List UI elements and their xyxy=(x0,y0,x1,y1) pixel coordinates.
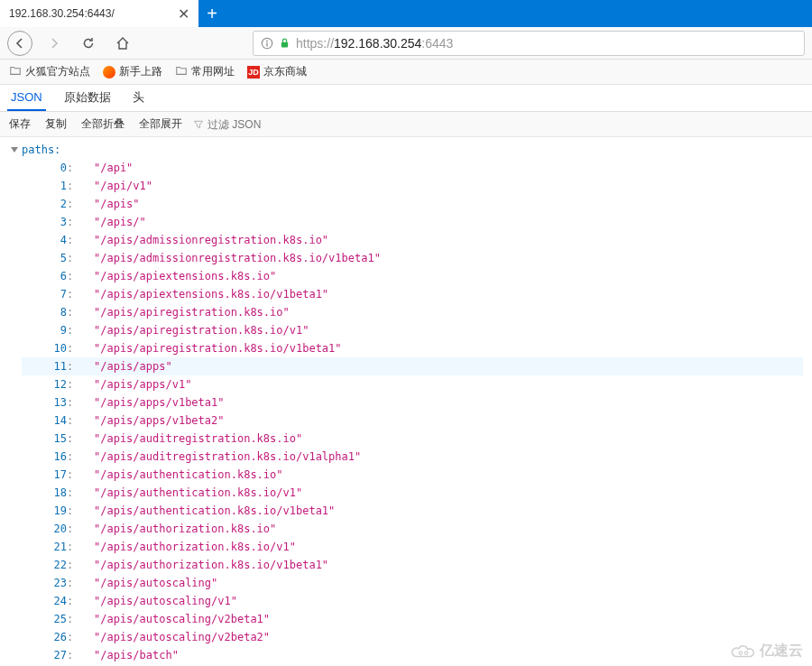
json-row[interactable]: 6:"/apis/apiextensions.k8s.io" xyxy=(22,267,803,285)
colon: : xyxy=(67,520,76,538)
root-key: paths: xyxy=(22,141,60,159)
newtab-button[interactable]: + xyxy=(198,0,226,27)
json-row[interactable]: 27:"/apis/batch" xyxy=(22,646,803,664)
json-row[interactable]: 5:"/apis/admissionregistration.k8s.io/v1… xyxy=(22,249,803,267)
json-value: "/apis" xyxy=(76,195,140,213)
browser-navbar: https://192.168.30.254:6443 xyxy=(0,27,812,60)
save-button[interactable]: 保存 xyxy=(5,115,34,134)
json-index: 17 xyxy=(22,466,67,484)
bookmark-label: 京东商城 xyxy=(263,64,307,79)
json-row[interactable]: 12:"/apis/apps/v1" xyxy=(22,375,803,393)
colon: : xyxy=(67,339,76,357)
colon: : xyxy=(67,177,76,195)
json-root-row[interactable]: paths: xyxy=(9,141,803,159)
json-row[interactable]: 11:"/apis/apps" xyxy=(22,357,803,375)
bookmarks-bar: 火狐官方站点新手上路常用网址JD京东商城 xyxy=(0,60,812,85)
json-row[interactable]: 22:"/apis/authorization.k8s.io/v1beta1" xyxy=(22,556,803,574)
tab-headers[interactable]: 头 xyxy=(129,84,148,111)
bookmark-item[interactable]: JD京东商城 xyxy=(247,64,307,79)
json-value: "/apis/authorization.k8s.io" xyxy=(76,520,276,538)
json-row[interactable]: 3:"/apis/" xyxy=(22,213,803,231)
json-value: "/apis/autoscaling/v2beta2" xyxy=(76,628,270,646)
colon: : xyxy=(67,321,76,339)
json-value: "/apis/authorization.k8s.io/v1beta1" xyxy=(76,556,328,574)
tab-title: 192.168.30.254:6443/ xyxy=(9,7,115,20)
json-row[interactable]: 4:"/apis/admissionregistration.k8s.io" xyxy=(22,231,803,249)
json-value: "/apis/authentication.k8s.io" xyxy=(76,466,283,484)
json-row[interactable]: 14:"/apis/apps/v1beta2" xyxy=(22,412,803,430)
json-row[interactable]: 21:"/apis/authorization.k8s.io/v1" xyxy=(22,538,803,556)
colon: : xyxy=(67,393,76,412)
lock-icon[interactable] xyxy=(279,37,291,49)
json-row[interactable]: 8:"/apis/apiregistration.k8s.io" xyxy=(22,303,803,321)
arrow-left-icon xyxy=(13,36,27,51)
svg-point-1 xyxy=(266,40,268,42)
bookmark-label: 火狐官方站点 xyxy=(25,64,90,79)
reload-button[interactable] xyxy=(76,31,101,56)
home-icon xyxy=(115,36,130,51)
json-value: "/apis/autoscaling" xyxy=(76,574,217,592)
close-icon[interactable]: ✕ xyxy=(178,5,189,23)
json-row[interactable]: 24:"/apis/autoscaling/v1" xyxy=(22,592,803,610)
json-row[interactable]: 16:"/apis/auditregistration.k8s.io/v1alp… xyxy=(22,448,803,466)
expand-all-button[interactable]: 全部展开 xyxy=(135,115,186,134)
json-row[interactable]: 17:"/apis/authentication.k8s.io" xyxy=(22,466,803,484)
colon: : xyxy=(67,574,76,592)
json-row[interactable]: 0:"/api" xyxy=(22,159,803,177)
tab-raw[interactable]: 原始数据 xyxy=(60,84,115,111)
json-value: "/apis/apps" xyxy=(76,357,172,375)
jd-icon: JD xyxy=(247,66,260,79)
tab-json[interactable]: JSON xyxy=(7,85,46,111)
json-index: 20 xyxy=(22,520,67,538)
info-icon[interactable] xyxy=(261,37,273,50)
json-row[interactable]: 1:"/api/v1" xyxy=(22,177,803,195)
collapse-all-button[interactable]: 全部折叠 xyxy=(78,115,128,134)
json-value: "/apis/apiregistration.k8s.io" xyxy=(76,303,290,321)
json-value: "/apis/apps/v1beta2" xyxy=(76,412,225,430)
bookmark-item[interactable]: 火狐官方站点 xyxy=(9,64,90,79)
json-index: 12 xyxy=(22,375,67,393)
json-row[interactable]: 15:"/apis/auditregistration.k8s.io" xyxy=(22,430,803,448)
json-row[interactable]: 20:"/apis/authorization.k8s.io" xyxy=(22,520,803,538)
json-index: 2 xyxy=(22,195,67,213)
json-row[interactable]: 25:"/apis/autoscaling/v2beta1" xyxy=(22,610,803,628)
colon: : xyxy=(67,592,76,610)
filter-input[interactable] xyxy=(208,118,343,131)
folder-icon xyxy=(9,64,22,79)
json-value: "/apis/apiregistration.k8s.io/v1beta1" xyxy=(76,339,342,357)
json-row[interactable]: 9:"/apis/apiregistration.k8s.io/v1" xyxy=(22,321,803,339)
caret-down-icon[interactable] xyxy=(11,147,18,153)
colon: : xyxy=(67,303,76,321)
back-button[interactable] xyxy=(7,31,32,56)
json-index: 27 xyxy=(22,646,67,664)
colon: : xyxy=(67,249,76,267)
json-row[interactable]: 13:"/apis/apps/v1beta1" xyxy=(22,393,803,412)
url-bar[interactable]: https://192.168.30.254:6443 xyxy=(253,31,805,56)
json-row[interactable]: 19:"/apis/authentication.k8s.io/v1beta1" xyxy=(22,502,803,520)
url-text: https://192.168.30.254:6443 xyxy=(296,36,453,51)
bookmark-item[interactable]: 新手上路 xyxy=(103,64,162,79)
json-row[interactable]: 18:"/apis/authentication.k8s.io/v1" xyxy=(22,484,803,502)
json-value: "/apis/authentication.k8s.io/v1" xyxy=(76,484,302,502)
json-row[interactable]: 2:"/apis" xyxy=(22,195,803,213)
json-index: 24 xyxy=(22,592,67,610)
json-row[interactable]: 23:"/apis/autoscaling" xyxy=(22,574,803,592)
home-button[interactable] xyxy=(110,31,135,56)
filter-box[interactable] xyxy=(193,118,343,131)
json-row[interactable]: 7:"/apis/apiextensions.k8s.io/v1beta1" xyxy=(22,285,803,303)
json-value: "/apis/apiextensions.k8s.io" xyxy=(76,267,276,285)
svg-point-5 xyxy=(744,651,747,653)
json-row[interactable]: 10:"/apis/apiregistration.k8s.io/v1beta1… xyxy=(22,339,803,357)
json-value: "/apis/auditregistration.k8s.io" xyxy=(76,430,302,448)
browser-tab-active[interactable]: 192.168.30.254:6443/ ✕ xyxy=(0,0,198,27)
bookmark-item[interactable]: 常用网址 xyxy=(175,64,235,79)
json-row[interactable]: 26:"/apis/autoscaling/v2beta2" xyxy=(22,628,803,646)
json-value: "/apis/apiextensions.k8s.io/v1beta1" xyxy=(76,285,328,303)
arrow-right-icon xyxy=(47,36,61,51)
json-index: 4 xyxy=(22,231,67,249)
colon: : xyxy=(67,412,76,430)
colon: : xyxy=(67,502,76,520)
json-index: 11 xyxy=(22,357,67,375)
copy-button[interactable]: 复制 xyxy=(42,115,70,134)
colon: : xyxy=(67,159,76,177)
